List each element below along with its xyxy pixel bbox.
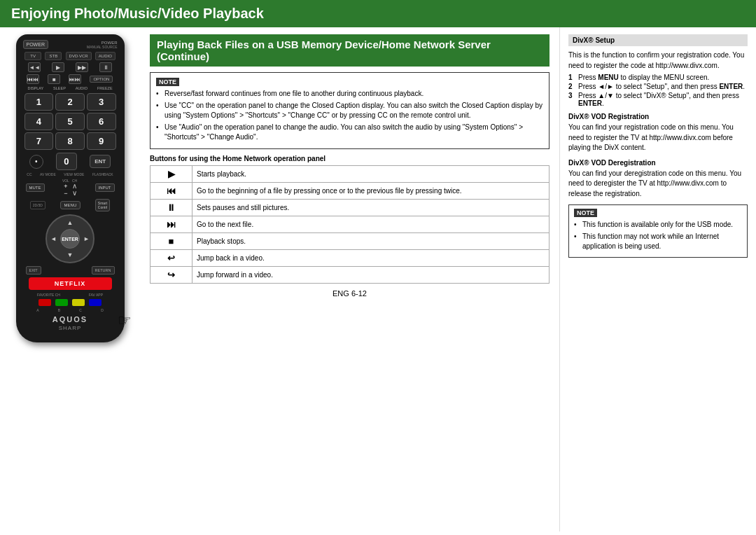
tv-button[interactable]: TV [24,52,41,60]
power-button[interactable]: POWER [23,40,48,49]
av-mode-button[interactable]: AV MODE [40,172,56,176]
num-3-button[interactable]: 3 [87,93,116,111]
divx-header: DivX® Setup [568,34,748,46]
color-yellow-button[interactable] [72,299,85,306]
nav-up-button[interactable]: ▲ [67,219,74,226]
table-row: ↩Jump back in a video. [150,250,550,267]
view-mode-button[interactable]: VIEW MODE [64,172,84,176]
vod-reg-heading: DivX® VOD Registration [568,113,748,120]
hand-cursor-icon: ☞ [118,312,132,330]
vod-dereg-heading: DivX® VOD Deregistration [568,159,748,167]
table-desc-cell: Go to the next file. [192,216,550,233]
smart-control-button[interactable]: SmartContrl [95,199,110,211]
divx-setup-text: This is the function to confirm your reg… [568,50,748,71]
table-row: ⏮Go to the beginning of a file by pressi… [150,183,550,200]
num-5-button[interactable]: 5 [55,113,85,130]
remote-wrapper: POWER POWER MANUAL SOURCE TV STB DVD·VCR… [16,34,125,342]
table-icon-cell: ■ [150,233,192,250]
table-desc-cell: Starts playback. [192,166,550,183]
vod-reg-section: DivX® VOD Registration You can find your… [568,113,748,153]
color-red-button[interactable] [38,299,51,306]
dot-button[interactable]: • [29,155,43,169]
note-item-1: • Reverse/fast forward continues from on… [156,89,543,99]
pause-button[interactable]: ⏸ [99,62,112,72]
2d3d-button[interactable]: 2D/3D [30,201,46,209]
fast-forward-button[interactable]: ▶▶ [76,62,88,72]
main-content: POWER POWER MANUAL SOURCE TV STB DVD·VCR… [0,27,756,531]
color-d-label: D [101,308,104,312]
dvdvcr-button[interactable]: DVD·VCR [66,52,92,60]
step-3-text: Press ▲/▼ to select "DivX® Setup", and t… [578,92,748,107]
center-content: Playing Back Files on a USB Memory Devic… [140,27,560,531]
enter-button[interactable]: ENTER [60,229,80,249]
sleep-button[interactable]: SLEEP [53,86,66,90]
table-icon-cell: ⏮ [150,183,192,200]
display-button[interactable]: DISPLAY [27,86,43,90]
numpad: 1 2 3 4 5 6 7 8 9 [24,93,116,150]
nav-right-button[interactable]: ► [83,235,90,242]
color-blue-button[interactable] [89,299,102,306]
cc-button[interactable]: CC [27,172,31,176]
display-row: DISPLAY SLEEP AUDIO FREEZE [23,86,118,90]
remote-control: POWER POWER MANUAL SOURCE TV STB DVD·VCR… [16,34,125,342]
num-8-button[interactable]: 8 [55,132,85,150]
num-9-button[interactable]: 9 [87,132,116,150]
section-title: Playing Back Files on a USB Memory Devic… [150,34,550,67]
step-2-num: 2 [568,83,575,90]
table-row: ⏭Go to the next file. [150,216,550,233]
flashback-button[interactable]: FLASHBACK [92,172,113,176]
return-button[interactable]: RETURN [92,266,115,275]
ch-block: CH ∧ ∨ [72,179,77,197]
stb-button[interactable]: STB [45,52,62,60]
ch-down-icon[interactable]: ∨ [72,190,77,197]
vol-ch-group: VOL + − CH ∧ ∨ [62,179,77,197]
num-4-button[interactable]: 4 [24,113,54,130]
exit-button[interactable]: EXIT [26,266,41,275]
audio-source-button[interactable]: AUDIO [95,52,115,60]
color-green-button[interactable] [55,299,68,306]
table-desc-cell: Go to the beginning of a file by pressin… [192,183,550,200]
freeze-button[interactable]: FREEZE [97,86,113,90]
remote-area: POWER POWER MANUAL SOURCE TV STB DVD·VCR… [0,27,140,531]
right-note-label: NOTE [574,209,597,217]
sharp-label: SHARP [23,325,118,331]
num-6-button[interactable]: 6 [87,113,116,130]
play-button[interactable]: ▶ [52,62,64,72]
color-button-row [23,299,118,306]
nav-left-button[interactable]: ◄ [50,235,57,242]
input-button[interactable]: INPUT [95,183,115,192]
audio-button[interactable]: AUDIO [76,86,88,90]
divx-setup-section: This is the function to confirm your reg… [568,50,748,107]
nav-circle: ▲ ▼ ◄ ► ENTER [46,214,94,263]
vol-down-icon[interactable]: − [64,190,67,197]
num-0-button[interactable]: 0 [56,153,76,170]
bullet-icon: • [156,89,162,99]
rewind-button[interactable]: ◄◄ [28,62,41,72]
option-button[interactable]: OPTION [90,76,113,83]
nav-down-button[interactable]: ▼ [67,251,74,258]
right-note-text-1: This function is available only for the … [582,220,733,230]
table-row: ■Playback stops. [150,233,550,250]
netflix-button[interactable]: NETFLIX [29,277,112,290]
vol-up-icon[interactable]: + [64,183,67,190]
step-2: 2 Press ◄/► to select "Setup", and then … [568,83,748,90]
ent-button[interactable]: ENT [90,155,111,168]
num-7-button[interactable]: 7 [24,132,54,150]
stop-button[interactable]: ■ [48,74,60,84]
table-desc-cell: Jump back in a video. [192,250,550,267]
menu-button[interactable]: MENU [60,201,81,209]
bullet-icon: • [156,101,162,120]
color-b-label: B [58,308,60,312]
skip-forward-button[interactable]: ⏭⏭ [69,74,81,84]
color-c-label: C [79,308,82,312]
num-1-button[interactable]: 1 [24,93,54,111]
remote-top-section: POWER POWER MANUAL SOURCE [23,40,118,49]
mute-button[interactable]: MUTE [26,183,45,192]
fav-app-button[interactable]: FAV APP [89,293,103,297]
table-desc-cell: Sets pauses and still pictures. [192,200,550,216]
num-2-button[interactable]: 2 [55,93,85,111]
table-desc-cell: Jump forward in a video. [192,267,550,284]
note-text-3: Use "Audio" on the operation panel to ch… [164,123,543,142]
skip-back-button[interactable]: ⏮⏮ [27,74,39,84]
favorite-button[interactable]: FAVORITE CH [37,293,60,297]
